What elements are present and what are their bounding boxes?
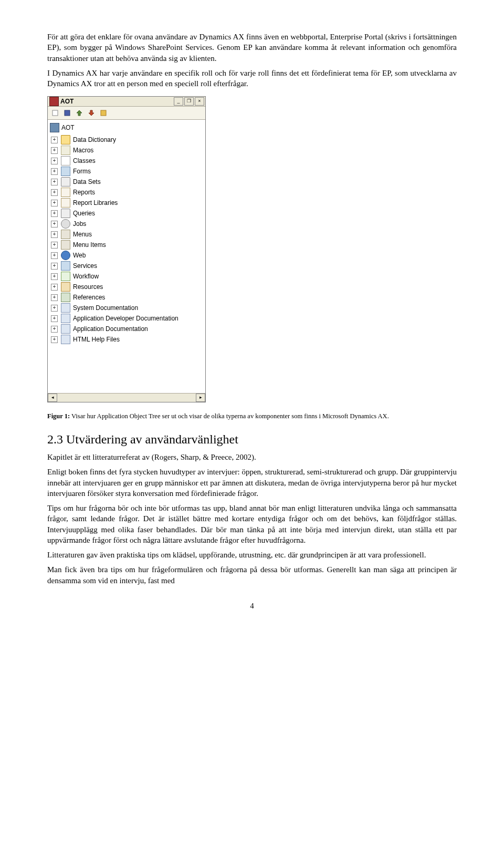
tree-node-label: Web bbox=[73, 252, 86, 259]
tree-node-label: References bbox=[73, 294, 105, 301]
tree-node[interactable]: +HTML Help Files bbox=[50, 334, 203, 345]
tree-node[interactable]: +Classes bbox=[50, 156, 203, 166]
figure-caption: Figur 1: Visar hur Application Object Tr… bbox=[47, 412, 457, 421]
tree-node[interactable]: +System Documentation bbox=[50, 303, 203, 313]
help-icon bbox=[61, 335, 70, 344]
tree-node-label: Report Libraries bbox=[73, 199, 118, 206]
tree-node[interactable]: +Application Developer Documentation bbox=[50, 313, 203, 324]
aot-title: AOT bbox=[60, 98, 74, 105]
help-icon bbox=[61, 314, 70, 323]
tree-node[interactable]: +Workflow bbox=[50, 271, 203, 282]
scroll-icon bbox=[61, 146, 70, 155]
expand-icon[interactable]: + bbox=[51, 137, 58, 143]
tree-node[interactable]: +Forms bbox=[50, 166, 203, 177]
caption-text: Visar hur Application Object Tree ser ut… bbox=[70, 412, 389, 420]
tree-node[interactable]: +Application Documentation bbox=[50, 324, 203, 334]
aot-root-icon bbox=[50, 123, 59, 132]
tree-node-label: Data Dictionary bbox=[73, 136, 116, 143]
tree-node[interactable]: +Report Libraries bbox=[50, 198, 203, 208]
expand-icon[interactable]: + bbox=[51, 210, 58, 217]
scroll-right-button[interactable]: ▸ bbox=[196, 394, 205, 402]
tree-node[interactable]: +Jobs bbox=[50, 219, 203, 229]
aot-toolbar bbox=[48, 107, 205, 120]
tree-node[interactable]: +Macros bbox=[50, 145, 203, 156]
expand-icon[interactable]: + bbox=[51, 168, 58, 175]
tree-node-label: Reports bbox=[73, 189, 95, 196]
expand-icon[interactable]: + bbox=[51, 231, 58, 238]
form-icon bbox=[61, 261, 70, 271]
window-buttons: _ ❐ × bbox=[173, 97, 204, 106]
tree-root-node[interactable]: AOT bbox=[50, 123, 203, 132]
expand-icon[interactable]: + bbox=[51, 326, 58, 333]
db-icon bbox=[61, 209, 70, 218]
tree-node-label: Forms bbox=[73, 168, 91, 175]
tree-node[interactable]: +Queries bbox=[50, 208, 203, 219]
expand-icon[interactable]: + bbox=[51, 242, 58, 249]
svg-rect-0 bbox=[52, 110, 58, 116]
svg-rect-4 bbox=[101, 110, 106, 116]
caption-lead: Figur 1: bbox=[47, 412, 70, 420]
expand-icon[interactable]: + bbox=[51, 147, 58, 154]
expand-icon[interactable]: + bbox=[51, 252, 58, 259]
close-button[interactable]: × bbox=[195, 97, 204, 106]
tree-node[interactable]: +Data Sets bbox=[50, 177, 203, 187]
toolbar-save-icon[interactable] bbox=[62, 108, 72, 118]
folder-icon bbox=[61, 135, 70, 144]
expand-icon[interactable]: + bbox=[51, 305, 58, 312]
toolbar-new-icon[interactable] bbox=[50, 108, 60, 118]
tree-node-label: Menu Items bbox=[73, 241, 106, 249]
expand-icon[interactable]: + bbox=[51, 294, 58, 301]
expand-icon[interactable]: + bbox=[51, 273, 58, 280]
toolbar-import-icon[interactable] bbox=[74, 108, 85, 118]
ref-icon bbox=[61, 293, 70, 302]
tree-node[interactable]: +Menu Items bbox=[50, 240, 203, 250]
tree-node[interactable]: +Web bbox=[50, 250, 203, 261]
svg-marker-3 bbox=[89, 110, 94, 116]
menu-icon bbox=[61, 230, 70, 239]
tree-node-label: System Documentation bbox=[73, 304, 138, 312]
tree-node-label: Menus bbox=[73, 231, 92, 238]
expand-icon[interactable]: + bbox=[51, 336, 58, 343]
menu-icon bbox=[61, 240, 70, 250]
expand-icon[interactable]: + bbox=[51, 179, 58, 185]
tree-node[interactable]: +Data Dictionary bbox=[50, 135, 203, 145]
expand-icon[interactable]: + bbox=[51, 200, 58, 206]
expand-icon[interactable]: + bbox=[51, 158, 58, 164]
paragraph-intro-2: I Dynamics AX har varje användare en spe… bbox=[47, 68, 457, 89]
minimize-button[interactable]: _ bbox=[174, 97, 183, 106]
tree-node[interactable]: +Resources bbox=[50, 282, 203, 292]
people-icon bbox=[61, 282, 70, 292]
paragraph-6: Litteraturen gav även praktiska tips om … bbox=[47, 550, 457, 560]
expand-icon[interactable]: + bbox=[51, 284, 58, 291]
toolbar-export-icon[interactable] bbox=[86, 108, 97, 118]
gear-icon bbox=[61, 219, 70, 229]
scroll-left-button[interactable]: ◂ bbox=[48, 394, 57, 402]
tree-node[interactable]: +References bbox=[50, 292, 203, 303]
toolbar-compile-icon[interactable] bbox=[98, 108, 109, 118]
report-icon bbox=[61, 188, 70, 197]
aot-tree[interactable]: AOT +Data Dictionary+Macros+Classes+Form… bbox=[48, 120, 205, 393]
tree-node[interactable]: +Menus bbox=[50, 229, 203, 240]
restore-button[interactable]: ❐ bbox=[184, 97, 194, 106]
document-page: För att göra det enklare för ovana använ… bbox=[0, 0, 504, 632]
tree-node-label: Resources bbox=[73, 283, 103, 291]
workflow-icon bbox=[61, 272, 70, 281]
paragraph-7: Man fick även bra tips om hur frågeformu… bbox=[47, 564, 457, 586]
report-icon bbox=[61, 198, 70, 208]
tree-node-label: Services bbox=[73, 262, 97, 270]
expand-icon[interactable]: + bbox=[51, 263, 58, 270]
tree-root-label: AOT bbox=[61, 124, 75, 131]
tree-node[interactable]: +Reports bbox=[50, 187, 203, 198]
tree-node-label: Application Documentation bbox=[73, 325, 148, 333]
doc-icon bbox=[61, 156, 70, 166]
expand-icon[interactable]: + bbox=[51, 315, 58, 322]
form-icon bbox=[61, 167, 70, 176]
paragraph-5: Tips om hur frågorna bör och inte bör ut… bbox=[47, 503, 457, 545]
paragraph-4: Enligt boken finns det fyra stycken huvu… bbox=[47, 467, 457, 499]
expand-icon[interactable]: + bbox=[51, 221, 58, 227]
tree-node-label: Macros bbox=[73, 147, 93, 154]
tree-node[interactable]: +Services bbox=[50, 261, 203, 271]
svg-marker-2 bbox=[77, 110, 82, 116]
horizontal-scrollbar[interactable]: ◂ ▸ bbox=[48, 393, 205, 402]
expand-icon[interactable]: + bbox=[51, 189, 58, 196]
